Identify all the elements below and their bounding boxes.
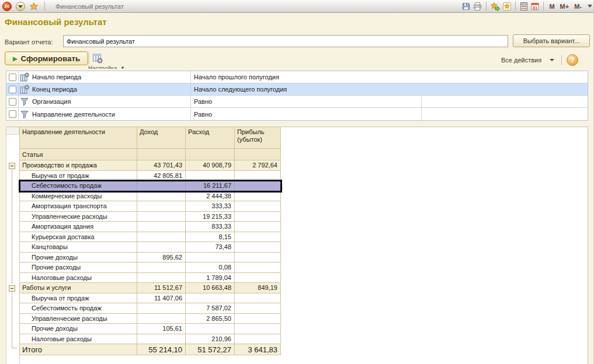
filter-name-cell: Направление деятельности bbox=[19, 108, 190, 120]
header-profit-empty bbox=[235, 149, 281, 160]
titlebar-right-group: 31 M M+ M- bbox=[461, 2, 593, 11]
report-row-label: Прочие доходы bbox=[32, 254, 78, 261]
report-settings-icon[interactable] bbox=[92, 53, 103, 64]
report-row-expense: 51 572,27 bbox=[186, 344, 235, 355]
collapse-group-button[interactable] bbox=[9, 163, 15, 169]
report-row[interactable]: Выручка от продаж 42 805,81 bbox=[20, 171, 281, 181]
go-to-favorites-icon[interactable] bbox=[490, 2, 501, 11]
filter-checkbox[interactable] bbox=[9, 86, 16, 93]
filter-funnel-icon bbox=[20, 110, 29, 119]
filter-value-cell[interactable]: Начало следующего полугодия bbox=[190, 83, 588, 95]
report-row-expense: 1 789,04 bbox=[186, 273, 235, 284]
favorites-star-icon[interactable] bbox=[29, 2, 39, 11]
report-row[interactable]: Канцтовары 73,48 bbox=[20, 242, 281, 253]
main-menu-button[interactable] bbox=[16, 2, 25, 11]
report-row[interactable]: Налоговые расходы 1 789,04 bbox=[20, 273, 281, 284]
filter-value: Равно bbox=[194, 98, 212, 105]
filter-value-cell[interactable]: Начало прошлого полугодия bbox=[190, 71, 588, 83]
report-row-income: 11 407,06 bbox=[137, 293, 186, 304]
filter-checkbox[interactable] bbox=[9, 98, 16, 106]
report-row-income: 55 214,10 bbox=[137, 344, 186, 355]
filter-row[interactable]: Конец периода Начало следующего полугоди… bbox=[6, 83, 588, 96]
report-row-expense: 333,33 bbox=[186, 201, 235, 212]
report-row-expense: 210,96 bbox=[186, 334, 235, 345]
report-row[interactable]: Налоговые расходы 210,96 bbox=[20, 334, 281, 345]
report-row[interactable]: Итого 55 214,10 51 572,27 3 641,83 bbox=[20, 344, 281, 355]
report-row-income: 43 701,43 bbox=[137, 160, 186, 171]
header-income: Доход bbox=[137, 127, 186, 149]
filter-row[interactable]: Организация Равно bbox=[6, 96, 588, 108]
report-header-row-1: Направление деятельности Доход Расход Пр… bbox=[20, 127, 281, 149]
report-row[interactable]: Прочие доходы 895,62 bbox=[20, 253, 281, 263]
calculator-icon[interactable] bbox=[519, 2, 529, 11]
print-icon[interactable] bbox=[473, 2, 482, 11]
report-row[interactable]: Прочие расходы 0,08 bbox=[20, 262, 281, 273]
report-row-expense: 0,08 bbox=[186, 262, 235, 273]
report-row[interactable]: Себестоимость продаж 16 211,67 bbox=[20, 181, 281, 191]
report-row[interactable]: Управленческие расходы 19 215,33 bbox=[20, 212, 281, 222]
report-row-label: Управленческие расходы bbox=[32, 315, 107, 322]
application-window: 1с Финансовый результат bbox=[0, 0, 594, 364]
header-direction: Направление деятельности bbox=[20, 127, 137, 149]
memory-m-minus-button[interactable]: M- bbox=[572, 3, 583, 10]
add-to-favorites-icon[interactable] bbox=[502, 2, 512, 11]
report-row-label: Итого bbox=[22, 345, 42, 354]
filter-row[interactable]: Направление деятельности Равно bbox=[6, 108, 588, 120]
report-row[interactable]: Себестоимость продаж 7 587,02 bbox=[20, 303, 281, 314]
toolbar-separator bbox=[89, 52, 89, 64]
report-row[interactable]: Выручка от продаж 11 407,06 bbox=[20, 293, 281, 304]
generate-button-label: Сформировать bbox=[21, 54, 81, 63]
report-row-profit: 3 641,83 bbox=[235, 344, 281, 355]
filter-name: Конец периода bbox=[32, 86, 77, 93]
report-row-label: Выручка от продаж bbox=[32, 172, 89, 179]
report-row[interactable]: Управленческие расходы 2 865,50 bbox=[20, 314, 281, 324]
report-row[interactable]: Прочие доходы 105,61 bbox=[20, 324, 281, 334]
report-spreadsheet: Направление деятельности Доход Расход Пр… bbox=[6, 127, 588, 364]
all-actions-dropdown-icon[interactable] bbox=[550, 59, 554, 61]
filter-checkbox[interactable] bbox=[9, 74, 16, 81]
filter-checkbox-cell bbox=[6, 96, 19, 107]
variant-input[interactable] bbox=[63, 35, 508, 47]
report-row[interactable]: Коммерческие расходы 2 444,38 bbox=[20, 191, 281, 202]
report-row[interactable]: Производство и продажа 43 701,43 40 908,… bbox=[20, 160, 281, 171]
report-row-profit bbox=[235, 222, 281, 232]
calendar-icon[interactable]: 31 bbox=[530, 2, 540, 11]
report-row-income bbox=[137, 334, 186, 345]
report-row-label: Себестоимость продаж bbox=[32, 304, 102, 312]
titlebar-separator bbox=[515, 2, 516, 10]
report-row-profit: 2 792,64 bbox=[235, 160, 281, 171]
report-row-profit bbox=[235, 273, 281, 284]
filter-checkbox[interactable] bbox=[9, 110, 16, 118]
settings-clipped-arrow-icon: ▼ bbox=[120, 65, 127, 69]
report-row-expense: 8,15 bbox=[186, 232, 235, 243]
memory-m-plus-button[interactable]: M+ bbox=[558, 3, 571, 10]
report-row-profit bbox=[235, 212, 281, 222]
report-row-label: Налоговые расходы bbox=[32, 274, 92, 281]
report-row[interactable]: Курьерская доставка 8,15 bbox=[20, 232, 281, 243]
header-expense: Расход bbox=[186, 127, 235, 149]
sheet-corner bbox=[6, 127, 19, 135]
report-row-profit bbox=[235, 181, 281, 191]
filter-value: Начало следующего полугодия bbox=[194, 86, 287, 93]
report-row[interactable]: Работы и услуги 11 512,67 10 663,48 849,… bbox=[20, 283, 281, 293]
save-icon[interactable] bbox=[461, 2, 471, 11]
report-row-expense bbox=[186, 324, 235, 334]
titlebar-overflow-arrow-icon[interactable] bbox=[588, 5, 592, 8]
report-row[interactable]: Амортизация здания 833,33 bbox=[20, 222, 281, 232]
generate-button[interactable]: ▶ Сформировать bbox=[5, 51, 88, 65]
all-actions-button[interactable]: Все действия bbox=[501, 57, 541, 64]
filter-name: Организация bbox=[32, 98, 71, 105]
collapse-group-button[interactable] bbox=[9, 285, 15, 292]
report-row-profit bbox=[235, 171, 281, 181]
filter-value-cell[interactable]: Равно bbox=[190, 108, 421, 120]
filter-value-cell[interactable]: Равно bbox=[190, 96, 421, 107]
report-row-expense: 19 215,33 bbox=[186, 212, 235, 222]
help-button[interactable]: ? bbox=[567, 54, 578, 66]
filter-value: Начало прошлого полугодия bbox=[194, 74, 279, 80]
filter-row[interactable]: Начало периода Начало прошлого полугодия bbox=[6, 71, 588, 83]
group-tree-line bbox=[12, 169, 12, 284]
report-row[interactable]: Амортизация транспорта 333,33 bbox=[20, 201, 281, 212]
choose-variant-button[interactable]: Выбрать вариант... bbox=[513, 34, 590, 47]
memory-m-button[interactable]: M bbox=[547, 3, 556, 10]
1c-logo-icon: 1с bbox=[2, 2, 12, 11]
